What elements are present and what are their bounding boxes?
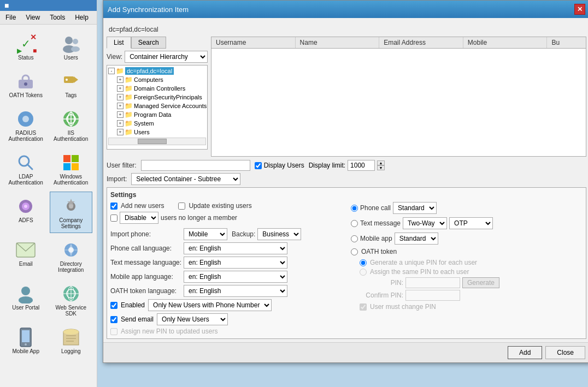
- svg-point-3: [71, 46, 80, 52]
- enabled-checkbox[interactable]: [110, 302, 117, 309]
- svg-rect-19: [63, 155, 70, 162]
- user-must-change-checkbox[interactable]: [360, 303, 367, 311]
- display-users-checkbox[interactable]: [255, 162, 262, 169]
- sidebar-item-company-settings[interactable]: Company Settings: [50, 192, 93, 233]
- generate-unique-radio[interactable]: [360, 259, 367, 266]
- sidebar-item-status-label: Status: [18, 55, 33, 61]
- text-message-radio[interactable]: [351, 220, 358, 227]
- add-new-users-checkbox[interactable]: [110, 203, 117, 210]
- menu-tools[interactable]: Tools: [45, 12, 69, 23]
- generate-button[interactable]: Generate: [462, 277, 499, 288]
- tree-system-label[interactable]: System: [134, 120, 154, 127]
- oath-lang-select[interactable]: en: Englishde: Deutsch: [184, 285, 287, 297]
- mobile-app-radio[interactable]: [351, 235, 358, 242]
- sidebar-item-adfs[interactable]: ADFS: [4, 192, 48, 233]
- assign-pin-row: Assign new PIN to updated users: [110, 328, 342, 335]
- backup-select[interactable]: BusinessMobileHome: [257, 228, 301, 240]
- sidebar-item-iis[interactable]: IIS Authentication: [50, 104, 93, 146]
- tree-expander-system[interactable]: +: [117, 120, 124, 127]
- tree-expander-msa[interactable]: +: [117, 103, 124, 109]
- text-message-mode-select[interactable]: Two-WayOne-Way: [403, 217, 447, 229]
- close-button[interactable]: Close: [545, 346, 585, 359]
- tree-expander-users[interactable]: +: [117, 129, 124, 135]
- tree-progdata-label[interactable]: Program Data: [134, 111, 171, 118]
- phone-call-lang-select[interactable]: en: Englishde: Deutsch: [184, 242, 287, 254]
- mobile-app-select[interactable]: StandardCustom: [395, 233, 438, 245]
- tree-msa-label[interactable]: Managed Service Accounts: [134, 103, 207, 109]
- sidebar-item-logging[interactable]: Logging: [50, 323, 93, 358]
- tab-search[interactable]: Search: [131, 37, 166, 49]
- tree-item-users[interactable]: + 📁 Users: [117, 128, 206, 136]
- tree-dc-label[interactable]: Domain Controllers: [134, 85, 185, 92]
- pin-input[interactable]: [405, 277, 460, 288]
- sidebar-item-web-service-label: Web Service SDK: [52, 305, 90, 317]
- sidebar-item-windows[interactable]: Windows Authentication: [50, 148, 93, 189]
- tree-item-system[interactable]: + 📁 System: [117, 119, 206, 128]
- tree-expander-dc[interactable]: +: [117, 85, 124, 92]
- menu-help[interactable]: Help: [70, 12, 93, 23]
- tree-item-msa[interactable]: + 📁 Managed Service Accounts: [117, 102, 206, 110]
- disable-checkbox[interactable]: [110, 215, 117, 222]
- sidebar-item-tags[interactable]: Tags: [50, 67, 93, 102]
- sidebar-item-directory[interactable]: Directory Integration: [50, 235, 93, 277]
- add-new-users-label: Add new users: [121, 202, 164, 210]
- tree-root[interactable]: - 📁 dc=pfad,dc=local: [108, 67, 206, 75]
- tree-expander-root[interactable]: -: [108, 68, 115, 74]
- limit-spin-down[interactable]: ▼: [377, 165, 385, 170]
- menu-view[interactable]: View: [21, 12, 44, 23]
- limit-spin-up[interactable]: ▲: [377, 160, 385, 165]
- left-pane: List Search View: Container Hierarchy Fl…: [107, 37, 208, 157]
- display-limit-input[interactable]: [348, 160, 375, 171]
- import-select[interactable]: Selected Container - Subtree Selected Co…: [131, 173, 240, 185]
- update-existing-checkbox[interactable]: [178, 203, 185, 210]
- settings-section: Settings Add new users Update existing u…: [107, 187, 586, 339]
- assign-pin-checkbox[interactable]: [110, 328, 117, 335]
- tree-users-label[interactable]: Users: [134, 129, 150, 135]
- sidebar-item-email[interactable]: Email: [4, 235, 48, 277]
- disable-select[interactable]: Disable Enable Delete: [120, 212, 158, 224]
- sidebar-item-user-portal[interactable]: User Portal: [4, 279, 48, 320]
- tree-expander-progdata[interactable]: +: [117, 111, 124, 118]
- menu-file[interactable]: File: [1, 12, 20, 23]
- tree-computers-label[interactable]: Computers: [134, 76, 163, 83]
- dialog-close-button[interactable]: ✕: [574, 4, 585, 15]
- text-msg-lang-select[interactable]: en: Englishde: Deutsch: [184, 257, 287, 269]
- tree-item-computers[interactable]: + 📁 Computers: [117, 75, 206, 84]
- mobile-app-lang-select[interactable]: en: Englishde: Deutsch: [184, 271, 287, 283]
- tree-item-progdata[interactable]: + 📁 Program Data: [117, 110, 206, 119]
- user-filter-input[interactable]: [141, 160, 250, 171]
- send-email-select[interactable]: Only New Users All Users: [157, 313, 228, 325]
- tab-list[interactable]: List: [107, 37, 131, 49]
- phone-call-select[interactable]: StandardCustom: [393, 202, 437, 214]
- sidebar-item-oath-tokens[interactable]: OATH Tokens: [4, 67, 48, 102]
- sidebar-item-web-service[interactable]: Web Service SDK: [50, 279, 93, 320]
- view-label: View:: [107, 53, 122, 61]
- tree-item-fsp[interactable]: + 📁 ForeignSecurityPrincipals: [117, 93, 206, 102]
- import-phone-select[interactable]: MobileBusinessHome: [184, 228, 227, 240]
- tree-scrollbar[interactable]: [108, 138, 206, 145]
- sidebar-item-ldap[interactable]: LDAP Authentication: [4, 148, 48, 189]
- sidebar-item-status[interactable]: ✓ ✕ ▶ ■ Status: [4, 29, 48, 64]
- add-button[interactable]: Add: [508, 346, 542, 359]
- sidebar-item-radius[interactable]: RADIUS Authentication: [4, 104, 48, 146]
- send-email-checkbox[interactable]: [110, 316, 117, 323]
- user-must-change-row: User must change PIN: [360, 303, 583, 311]
- tree-expander-computers[interactable]: +: [117, 76, 124, 83]
- tree-expander-fsp[interactable]: +: [117, 94, 124, 100]
- path-bar: dc=pfad,dc=local: [107, 25, 586, 34]
- users-table: Username Name Email Address Mobile Bu: [211, 37, 586, 157]
- confirm-pin-input[interactable]: [405, 290, 460, 301]
- assign-same-radio[interactable]: [360, 269, 367, 276]
- phone-call-radio[interactable]: [351, 205, 358, 212]
- tree-root-label[interactable]: dc=pfad,dc=local: [125, 67, 174, 75]
- tree-fsp-label[interactable]: ForeignSecurityPrincipals: [134, 94, 202, 100]
- view-select[interactable]: Container Hierarchy Flat List: [125, 51, 208, 63]
- text-message-type-select[interactable]: OTPPIN: [449, 217, 493, 229]
- sidebar-item-mobile-app[interactable]: Mobile App: [4, 323, 48, 358]
- sidebar-item-mobile-app-label: Mobile App: [13, 348, 39, 354]
- tree-item-dc[interactable]: + 📁 Domain Controllers: [117, 84, 206, 93]
- oath-token-radio[interactable]: [351, 248, 358, 255]
- sidebar-item-users[interactable]: Users: [50, 29, 93, 64]
- svg-point-32: [21, 287, 30, 295]
- enabled-select[interactable]: Only New Users with Phone Number All New…: [148, 299, 272, 311]
